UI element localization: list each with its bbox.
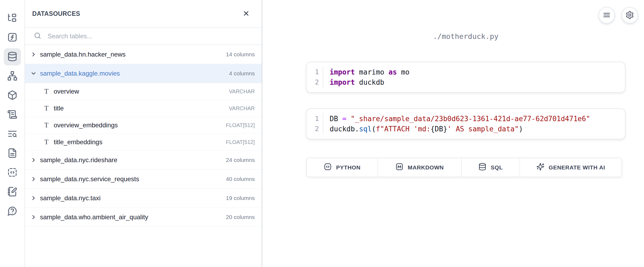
table-row[interactable]: sample_data.nyc.service_requests 40 colu… bbox=[25, 170, 262, 189]
table-column-count: 24 columns bbox=[226, 157, 255, 163]
line-number: 2 bbox=[315, 124, 319, 134]
code-editor[interactable]: import marimo as mo import duckdb bbox=[323, 66, 625, 88]
code-line: DB = "_share/sample_data/23b0d623-1361-4… bbox=[330, 114, 620, 124]
code-editor[interactable]: DB = "_share/sample_data/23b0d623-1361-4… bbox=[323, 113, 625, 135]
table-row[interactable]: sample_data.kaggle.movies 4 columns bbox=[25, 64, 262, 83]
column-type: FLOAT[512] bbox=[226, 122, 255, 128]
table-name: sample_data.hn.hacker_news bbox=[40, 51, 222, 58]
column-name: overview_embeddings bbox=[54, 121, 226, 129]
sidebar-item-dependencies[interactable] bbox=[4, 68, 21, 85]
close-icon bbox=[242, 10, 250, 18]
square-m-icon bbox=[395, 163, 403, 172]
file-text-icon bbox=[7, 148, 17, 159]
table-column-count: 4 columns bbox=[229, 70, 255, 77]
chevron-right-icon bbox=[30, 51, 37, 58]
box-icon bbox=[7, 90, 17, 101]
column-name: title bbox=[54, 105, 229, 112]
table-row[interactable]: sample_data.hn.hacker_news 14 columns bbox=[25, 45, 262, 64]
code-line: duckdb.sql(f"ATTACH 'md:{DB}' AS sample_… bbox=[330, 124, 620, 134]
line-number-gutter: 1 2 bbox=[307, 66, 323, 88]
datasources-panel: DATASOURCES sample_data.hn.hacker_news 1… bbox=[25, 0, 262, 267]
sidebar-item-logs[interactable] bbox=[4, 106, 21, 123]
sidebar-item-packages[interactable] bbox=[4, 87, 21, 104]
code-square-icon bbox=[324, 163, 332, 172]
table-name: sample_data.nyc.rideshare bbox=[40, 156, 222, 164]
sidebar-item-scratchpad[interactable] bbox=[4, 183, 21, 201]
code-square-icon bbox=[7, 167, 17, 178]
generate-with-ai-label: GENERATE WITH AI bbox=[549, 164, 605, 171]
add-sql-cell-button[interactable]: SQL bbox=[461, 158, 519, 177]
table-row[interactable]: sample_data.who.ambient_air_quality 20 c… bbox=[25, 208, 262, 227]
table-name: sample_data.who.ambient_air_quality bbox=[40, 213, 222, 221]
sparkles-icon bbox=[536, 163, 544, 172]
line-number: 1 bbox=[315, 114, 319, 124]
line-number: 1 bbox=[315, 67, 319, 77]
column-name: overview bbox=[54, 88, 229, 95]
add-python-cell-button[interactable]: PYTHON bbox=[307, 158, 377, 177]
database-icon bbox=[478, 163, 486, 172]
code-line: import marimo as mo bbox=[330, 67, 620, 77]
top-actions bbox=[598, 7, 638, 24]
settings-button[interactable] bbox=[621, 7, 638, 24]
chat-question-icon bbox=[7, 206, 17, 217]
settings-gear-icon bbox=[625, 11, 634, 20]
sidebar-item-snippets[interactable] bbox=[4, 164, 21, 181]
chevron-right-icon bbox=[30, 157, 37, 164]
notebook-menu-button[interactable] bbox=[598, 7, 615, 24]
activity-bar bbox=[0, 0, 25, 267]
search-input[interactable] bbox=[48, 32, 254, 40]
sidebar-item-documentation[interactable] bbox=[4, 145, 21, 162]
sidebar-item-help[interactable] bbox=[4, 203, 21, 220]
column-name: title_embeddings bbox=[54, 138, 226, 146]
folder-tree-icon bbox=[7, 13, 17, 24]
sidebar-item-files[interactable] bbox=[4, 10, 21, 27]
type-text-icon: T bbox=[43, 121, 50, 129]
sidebar-item-variables[interactable] bbox=[4, 29, 21, 46]
table-search bbox=[25, 28, 262, 45]
type-text-icon: T bbox=[43, 105, 50, 112]
column-row[interactable]: T title_embeddings FLOAT[512] bbox=[25, 134, 262, 151]
add-sql-cell-label: SQL bbox=[491, 164, 503, 171]
table-column-count: 19 columns bbox=[226, 195, 255, 201]
chevron-right-icon bbox=[30, 214, 37, 221]
chevron-down-icon bbox=[30, 70, 37, 77]
datasources-panel-header: DATASOURCES bbox=[25, 0, 262, 28]
notebook-pen-icon bbox=[7, 187, 17, 198]
add-markdown-cell-label: MARKDOWN bbox=[408, 164, 444, 171]
chevron-right-icon bbox=[30, 195, 37, 202]
table-row[interactable]: sample_data.nyc.taxi 19 columns bbox=[25, 189, 262, 208]
code-cell[interactable]: 1 2 DB = "_share/sample_data/23b0d623-13… bbox=[306, 108, 625, 139]
type-text-icon: T bbox=[43, 138, 50, 146]
code-line: import duckdb bbox=[330, 77, 620, 87]
search-icon bbox=[34, 32, 42, 41]
column-type: VARCHAR bbox=[229, 88, 255, 95]
add-python-cell-label: PYTHON bbox=[336, 164, 361, 171]
close-panel-button[interactable] bbox=[242, 10, 250, 18]
sidebar-item-tracebacks[interactable] bbox=[4, 125, 21, 143]
network-icon bbox=[7, 71, 17, 82]
chevron-right-icon bbox=[30, 176, 37, 183]
square-function-icon bbox=[7, 32, 17, 43]
table-row[interactable]: sample_data.nyc.rideshare 24 columns bbox=[25, 151, 262, 170]
column-row[interactable]: T overview VARCHAR bbox=[25, 83, 262, 100]
table-name: sample_data.kaggle.movies bbox=[40, 70, 225, 77]
table-name: sample_data.nyc.service_requests bbox=[40, 175, 222, 183]
column-row[interactable]: T title VARCHAR bbox=[25, 100, 262, 117]
sidebar-item-datasources[interactable] bbox=[4, 48, 21, 65]
code-cell[interactable]: 1 2 import marimo as mo import duckdb bbox=[306, 62, 625, 93]
table-name: sample_data.nyc.taxi bbox=[40, 194, 222, 202]
type-text-icon: T bbox=[43, 88, 50, 95]
add-cell-button-bar: PYTHON MARKDOWN SQL GENERATE WITH AI bbox=[306, 158, 622, 177]
notebook-filename[interactable]: ./motherduck.py bbox=[306, 32, 625, 40]
scroll-icon bbox=[7, 109, 17, 120]
list-search-icon bbox=[7, 129, 17, 140]
database-icon bbox=[7, 51, 17, 62]
panel-title: DATASOURCES bbox=[32, 10, 80, 17]
column-type: VARCHAR bbox=[229, 105, 255, 112]
table-column-count: 20 columns bbox=[226, 214, 255, 220]
generate-with-ai-button[interactable]: GENERATE WITH AI bbox=[519, 158, 621, 177]
column-row[interactable]: T overview_embeddings FLOAT[512] bbox=[25, 117, 262, 134]
add-markdown-cell-button[interactable]: MARKDOWN bbox=[377, 158, 461, 177]
table-column-count: 40 columns bbox=[226, 176, 255, 182]
line-number-gutter: 1 2 bbox=[307, 113, 323, 135]
